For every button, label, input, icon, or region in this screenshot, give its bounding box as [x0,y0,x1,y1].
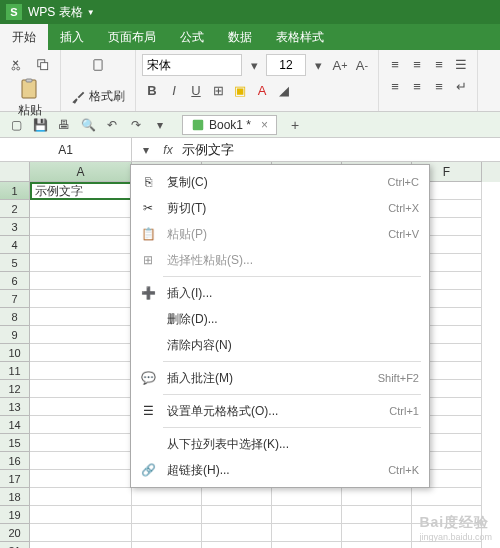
row-header[interactable]: 18 [0,488,30,506]
row-header[interactable]: 13 [0,398,30,416]
merge-cells-icon[interactable]: ☰ [451,54,471,74]
row-header[interactable]: 6 [0,272,30,290]
cell[interactable] [30,362,132,380]
cell[interactable] [30,308,132,326]
cell[interactable] [30,380,132,398]
ctx-dropdown-select[interactable]: 从下拉列表中选择(K)... [131,431,429,457]
cell[interactable] [202,488,272,506]
row-header[interactable]: 7 [0,290,30,308]
fill-color-button[interactable]: ▣ [230,80,250,100]
row-header[interactable]: 9 [0,326,30,344]
close-tab-icon[interactable]: × [261,118,268,132]
font-color-button[interactable]: A [252,80,272,100]
align-top-icon[interactable]: ≡ [385,54,405,74]
cell[interactable] [30,470,132,488]
name-box[interactable]: A1 [0,138,132,161]
row-header[interactable]: 4 [0,236,30,254]
format-brush-button[interactable]: 格式刷 [67,86,129,107]
cell[interactable] [30,272,132,290]
cell[interactable] [30,344,132,362]
cell[interactable] [202,506,272,524]
wrap-text-icon[interactable]: ↵ [451,76,471,96]
new-doc-icon[interactable]: ▢ [6,115,26,135]
font-family-select[interactable] [142,54,242,76]
cell[interactable] [342,524,412,542]
ctx-cut[interactable]: ✂ 剪切(T) Ctrl+X [131,195,429,221]
align-left-icon[interactable]: ≡ [385,76,405,96]
save-icon[interactable]: 💾 [30,115,50,135]
cell[interactable] [272,488,342,506]
cell[interactable] [30,416,132,434]
cell[interactable] [30,524,132,542]
cell[interactable] [202,542,272,548]
font-size-select[interactable] [266,54,306,76]
row-header[interactable]: 15 [0,434,30,452]
row-header[interactable]: 14 [0,416,30,434]
bold-button[interactable]: B [142,80,162,100]
cell[interactable] [132,542,202,548]
menu-table-style[interactable]: 表格样式 [264,24,336,50]
cancel-icon[interactable]: ▾ [138,142,154,158]
row-header[interactable]: 1 [0,182,30,200]
border-button[interactable]: ⊞ [208,80,228,100]
row-header[interactable]: 16 [0,452,30,470]
formula-content[interactable]: 示例文字 [182,141,234,159]
cell[interactable] [342,488,412,506]
menu-formula[interactable]: 公式 [168,24,216,50]
cell[interactable] [132,506,202,524]
col-header-A[interactable]: A [30,162,132,182]
row-header[interactable]: 11 [0,362,30,380]
italic-button[interactable]: I [164,80,184,100]
row-header[interactable]: 2 [0,200,30,218]
cell[interactable] [30,200,132,218]
select-all-corner[interactable] [0,162,30,182]
row-header[interactable]: 19 [0,506,30,524]
underline-button[interactable]: U [186,80,206,100]
row-header[interactable]: 3 [0,218,30,236]
decrease-font-icon[interactable]: A- [352,55,372,75]
app-dropdown-icon[interactable]: ▼ [87,8,95,17]
ctx-insert[interactable]: ➕ 插入(I)... [131,280,429,306]
ctx-delete[interactable]: 删除(D)... [131,306,429,332]
undo-icon[interactable]: ↶ [102,115,122,135]
row-header[interactable]: 20 [0,524,30,542]
cell[interactable] [30,506,132,524]
align-right-icon[interactable]: ≡ [429,76,449,96]
font-dropdown-icon[interactable]: ▾ [244,55,264,75]
ctx-hyperlink[interactable]: 🔗 超链接(H)... Ctrl+K [131,457,429,483]
cell[interactable] [132,488,202,506]
print-preview-icon[interactable]: 🔍 [78,115,98,135]
cell[interactable]: 示例文字 [30,182,132,200]
menu-start[interactable]: 开始 [0,24,48,50]
row-header[interactable]: 12 [0,380,30,398]
add-tab-icon[interactable]: + [285,115,305,135]
cell[interactable] [342,506,412,524]
cell[interactable] [30,254,132,272]
cell[interactable] [272,506,342,524]
cell[interactable] [272,542,342,548]
cell[interactable] [412,488,482,506]
fx-icon[interactable]: fx [160,142,176,158]
cell[interactable] [272,524,342,542]
cell[interactable] [30,290,132,308]
menu-insert[interactable]: 插入 [48,24,96,50]
cell[interactable] [30,452,132,470]
cell[interactable] [202,524,272,542]
fill-button[interactable]: ◢ [274,80,294,100]
redo-icon[interactable]: ↷ [126,115,146,135]
qa-dropdown-icon[interactable]: ▾ [150,115,170,135]
align-middle-icon[interactable]: ≡ [407,54,427,74]
cell[interactable] [342,542,412,548]
cell[interactable] [30,542,132,548]
cell[interactable] [30,434,132,452]
ctx-insert-comment[interactable]: 💬 插入批注(M) Shift+F2 [131,365,429,391]
cell[interactable] [30,488,132,506]
increase-font-icon[interactable]: A+ [330,55,350,75]
cell[interactable] [30,236,132,254]
row-header[interactable]: 21 [0,542,30,548]
size-dropdown-icon[interactable]: ▾ [308,55,328,75]
print-icon[interactable]: 🖶 [54,115,74,135]
row-header[interactable]: 10 [0,344,30,362]
cell[interactable] [132,524,202,542]
row-header[interactable]: 17 [0,470,30,488]
